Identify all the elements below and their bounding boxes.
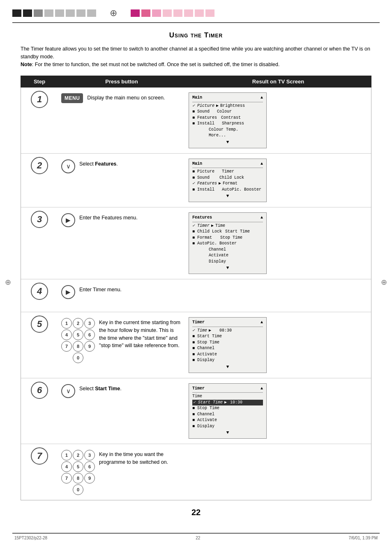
right-arrow-button-3[interactable]: ▶	[61, 213, 75, 227]
key-0b[interactable]: 0	[73, 484, 83, 495]
key-5b[interactable]: 5	[73, 461, 83, 472]
step-2-number: 2	[21, 157, 58, 174]
key-6b[interactable]: 6	[84, 461, 95, 472]
intro-paragraph: The Timer feature allows you to set the …	[21, 45, 371, 68]
title-using-the-timer: Using the Timer	[169, 31, 223, 39]
step-3-circle: 3	[31, 211, 48, 228]
bar-block-8	[87, 9, 96, 17]
key-4[interactable]: 4	[61, 329, 72, 340]
step-5-number: 5	[21, 315, 58, 333]
step-4-press: ▶ Enter Timer menu.	[58, 283, 185, 301]
step-2-circle: 2	[31, 157, 48, 174]
tv-screen-5: Timer ▲ ✓ Time▶08:30 ■ Start Time ■ Stop…	[189, 317, 267, 373]
key-8[interactable]: 8	[73, 341, 83, 352]
step-3-number: 3	[21, 211, 58, 228]
note-label: Note	[21, 62, 32, 67]
steps-table-header: Step Press button Result on TV Screen	[21, 76, 371, 88]
key-2[interactable]: 2	[73, 318, 83, 329]
step-7-number: 7	[21, 447, 58, 465]
key-0[interactable]: 0	[73, 352, 83, 363]
step-1-number: 1	[21, 91, 58, 108]
step-4-desc: Enter Timer menu.	[79, 284, 122, 294]
step-5-desc: Key in the current time starting from th…	[99, 317, 182, 350]
page-title: Using the Timer	[21, 31, 371, 39]
header-press: Press button	[58, 78, 185, 85]
step-1-result: Main ▲ ✓ Picture▶Brightness ■ SoundColou…	[185, 91, 371, 150]
key-1[interactable]: 1	[61, 318, 72, 329]
key-3[interactable]: 3	[84, 318, 95, 329]
key-7[interactable]: 7	[61, 341, 72, 352]
key-8b[interactable]: 8	[73, 473, 83, 484]
bar-block-r6	[184, 9, 193, 17]
step-3-result: Features ▲ ✓ Timer▶Time ■ Child LockStar…	[185, 211, 371, 276]
bar-block-r4	[163, 9, 172, 17]
key-2b[interactable]: 2	[73, 450, 83, 461]
bar-block-r2	[141, 9, 150, 17]
header-result: Result on TV Screen	[185, 78, 371, 85]
step-2-desc: Select Features.	[79, 159, 118, 168]
step-1-circle: 1	[31, 91, 48, 108]
bar-block-6	[66, 9, 75, 17]
footer-left: 15PT2302/p22-28	[14, 536, 47, 540]
step-6-desc: Select Start Time.	[79, 383, 122, 393]
step-5-press: 1 2 3 4 5 6 7 8 9 0 Key in the current t…	[58, 315, 185, 365]
right-crosshair-icon: ⊕	[381, 278, 387, 287]
step-1-press: MENU Display the main menu on screen.	[58, 91, 185, 105]
tv-screen-2: Main ▲ ■ PictureTimer ■ SoundChild Lock …	[189, 159, 267, 202]
numpad-grid-5: 1 2 3 4 5 6 7 8 9 0	[61, 318, 95, 363]
step-7-circle: 7	[31, 447, 48, 465]
bar-right	[131, 9, 214, 17]
key-9[interactable]: 9	[84, 341, 95, 352]
left-crosshair-icon: ⊕	[5, 278, 11, 287]
step-2-press: ∨ Select Features.	[58, 157, 185, 175]
bar-block-r8	[205, 9, 214, 17]
bar-block-1	[12, 9, 21, 17]
step-5-circle: 5	[31, 315, 48, 333]
step-row-4: 4 ▶ Enter Timer menu.	[21, 279, 371, 312]
numpad-7: 1 2 3 4 5 6 7 8 9 0	[61, 449, 95, 495]
key-9b[interactable]: 9	[84, 473, 95, 484]
menu-button[interactable]: MENU	[61, 93, 83, 103]
step-row-1: 1 MENU Display the main menu on screen. …	[21, 88, 371, 153]
down-arrow-button-2[interactable]: ∨	[61, 159, 75, 173]
intro-text: The Timer feature allows you to set the …	[21, 46, 370, 60]
header-step: Step	[21, 78, 58, 85]
step-6-number: 6	[21, 382, 58, 399]
key-4b[interactable]: 4	[61, 461, 72, 472]
note-text: : For the timer to function, the set mus…	[32, 62, 280, 67]
step-row-3: 3 ▶ Enter the Features menu. Features ▲ …	[21, 207, 371, 279]
down-arrow-button-6[interactable]: ∨	[61, 384, 75, 398]
step-row-5: 5 1 2 3 4 5 6 7 8 9 0	[21, 312, 371, 378]
tv-screen-1: Main ▲ ✓ Picture▶Brightness ■ SoundColou…	[189, 92, 267, 148]
key-6[interactable]: 6	[84, 329, 95, 340]
key-3b[interactable]: 3	[84, 450, 95, 461]
step-1-desc: Display the main menu on screen.	[87, 92, 165, 102]
main-content: Using the Timer The Timer feature allows…	[0, 23, 392, 533]
bar-block-2	[23, 9, 32, 17]
key-7b[interactable]: 7	[61, 473, 72, 484]
step-4-result	[185, 283, 371, 286]
step-6-result: Timer ▲ Time ✓ Start Time▶10:30 ■ Stop T…	[185, 382, 371, 440]
key-1b[interactable]: 1	[61, 450, 72, 461]
footer-middle: 22	[196, 536, 200, 540]
step-2-result: Main ▲ ■ PictureTimer ■ SoundChild Lock …	[185, 157, 371, 204]
step-row-6: 6 ∨ Select Start Time. Timer ▲ Time ✓ St…	[21, 378, 371, 444]
bottom-info-bar: 15PT2302/p22-28 22 7/6/01, 1:39 PM	[0, 534, 392, 542]
tv-screen-6: Timer ▲ Time ✓ Start Time▶10:30 ■ Stop T…	[189, 383, 267, 439]
right-arrow-button-4[interactable]: ▶	[61, 285, 75, 299]
step-4-number: 4	[21, 283, 58, 300]
step-3-desc: Enter the Features menu.	[79, 212, 138, 222]
step-7-desc: Key in the time you want the programme t…	[99, 449, 182, 466]
step-5-result: Timer ▲ ✓ Time▶08:30 ■ Start Time ■ Stop…	[185, 315, 371, 374]
page-number: 22	[21, 508, 371, 517]
step-6-circle: 6	[31, 382, 48, 399]
key-5[interactable]: 5	[73, 329, 83, 340]
bar-left	[12, 9, 96, 17]
bar-block-r3	[152, 9, 161, 17]
bar-block-r5	[173, 9, 182, 17]
step-6-press: ∨ Select Start Time.	[58, 382, 185, 400]
bar-block-r1	[131, 9, 140, 17]
step-4-circle: 4	[31, 283, 48, 300]
bar-block-5	[55, 9, 64, 17]
numpad-grid-7: 1 2 3 4 5 6 7 8 9 0	[61, 450, 95, 495]
